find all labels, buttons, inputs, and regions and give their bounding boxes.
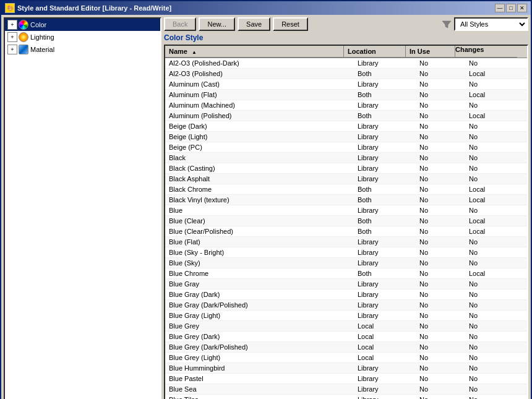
filter-icon-area [442,19,452,29]
back-button[interactable]: Back [164,17,196,31]
cell-changes: No [465,279,527,289]
table-row[interactable]: Aluminum (Flat) Both No Local [165,90,527,100]
table-row[interactable]: Blue (Sky) Library No No [165,258,527,268]
filter-dropdown[interactable]: All Styles Library Styles Local Styles [454,17,528,31]
sidebar-item-lighting[interactable]: + Lighting [5,31,160,43]
table-row[interactable]: Al2-O3 (Polished-Dark) Library No No [165,58,527,69]
cell-inuse: No [416,353,465,363]
cell-name: Blue Gray [165,279,354,289]
col-header-name[interactable]: Name ▲ [165,46,344,58]
table-row[interactable]: Black Asphalt Library No No [165,174,527,184]
table-row[interactable]: Blue (Sky - Bright) Library No No [165,247,527,258]
cell-changes: No [465,363,527,373]
minimize-button[interactable]: — [495,4,505,12]
table-body[interactable]: Al2-O3 (Polished-Dark) Library No No Al2… [165,58,527,399]
cell-changes: No [465,79,527,89]
cell-name: Al2-O3 (Polished) [165,69,354,79]
cell-changes: No [465,121,527,131]
table-row[interactable]: Black (Casting) Library No No [165,163,527,174]
close-button[interactable]: ✕ [517,4,527,12]
save-button[interactable]: Save [238,17,270,31]
table-row[interactable]: Blue (Flat) Library No No [165,237,527,247]
cell-inuse: No [416,58,465,68]
table-row[interactable]: Blue Gray Library No No [165,279,527,290]
cell-changes: No [465,142,527,152]
cell-name: Beige (PC) [165,142,354,152]
cell-location: Library [354,174,416,184]
col-header-inuse[interactable]: In Use [406,46,455,58]
table-row[interactable]: Blue Chrome Both No Local [165,268,527,279]
col-header-location[interactable]: Location [344,46,406,58]
cell-name: Blue Gray (Dark) [165,290,354,299]
table-row[interactable]: Aluminum (Polished) Both No Local [165,111,527,121]
cell-name: Blue Grey (Light) [165,353,354,363]
table-row[interactable]: Al2-O3 (Polished) Both No Local [165,69,527,79]
table-row[interactable]: Blue Gray (Dark/Polished) Library No No [165,300,527,311]
reset-button[interactable]: Reset [273,17,308,31]
cell-changes: No [465,205,527,215]
table-row[interactable]: Blue Grey (Dark) Local No No [165,332,527,342]
cell-location: Library [354,205,416,215]
cell-location: Library [354,163,416,173]
cell-name: Aluminum (Flat) [165,90,354,100]
cell-location: Library [354,384,416,394]
cell-changes: No [465,342,527,352]
table-row[interactable]: Blue Hummingbird Library No No [165,363,527,374]
table-row[interactable]: Blue Grey (Light) Local No No [165,353,527,363]
table-row[interactable]: Blue Grey Local No No [165,321,527,332]
expand-color[interactable]: + [7,20,17,30]
expand-lighting[interactable]: + [7,32,17,42]
sidebar-item-material-label: Material [30,46,54,53]
maximize-button[interactable]: □ [506,4,516,12]
table-row[interactable]: Blue (Clear/Polished) Both No Local [165,226,527,237]
cell-location: Library [354,237,416,247]
table-row[interactable]: Blue Grey (Dark/Polished) Local No No [165,342,527,353]
new-button[interactable]: New... [199,17,235,31]
lighting-icon [19,32,28,42]
cell-name: Beige (Dark) [165,121,354,131]
cell-inuse: No [416,290,465,299]
cell-name: Blue Pastel [165,374,354,384]
sidebar-item-color[interactable]: + Color [5,19,160,31]
sidebar-item-material[interactable]: + Material [5,43,160,56]
main-content: + Color + Lighting + Material [4,17,528,399]
title-buttons: — □ ✕ [495,4,527,12]
cell-name: Black (Casting) [165,163,354,173]
table-row[interactable]: Black Chrome Both No Local [165,184,527,195]
cell-location: Library [354,58,416,68]
table-row[interactable]: Blue Sea Library No No [165,384,527,395]
cell-name: Aluminum (Machined) [165,100,354,110]
cell-inuse: No [416,268,465,278]
table-row[interactable]: Beige (Dark) Library No No [165,121,527,132]
table-row[interactable]: Blue Library No No [165,205,527,216]
cell-location: Library [354,247,416,257]
cell-changes: No [465,321,527,331]
cell-inuse: No [416,258,465,268]
expand-material[interactable]: + [7,45,17,54]
cell-name: Blue [165,205,354,215]
table-row[interactable]: Black Library No No [165,153,527,163]
table-row[interactable]: Aluminum (Machined) Library No No [165,100,527,111]
window-title: Style and Standard Editor [Library - Rea… [17,4,171,12]
cell-location: Both [354,90,416,100]
cell-inuse: No [416,300,465,310]
cell-location: Both [354,195,416,205]
table-row[interactable]: Blue Gray (Dark) Library No No [165,290,527,300]
table-row[interactable]: Blue Gray (Light) Library No No [165,311,527,321]
cell-location: Local [354,353,416,363]
table-row[interactable]: Aluminum (Cast) Library No No [165,79,527,90]
table-row[interactable]: Blue (Clear) Both No Local [165,216,527,226]
table-row[interactable]: Blue Tiles Library No No [165,395,527,399]
table-row[interactable]: Beige (PC) Library No No [165,142,527,153]
col-header-changes[interactable]: Changes [455,46,517,58]
cell-changes: No [465,258,527,268]
table-row[interactable]: Black Vinyl (texture) Both No Local [165,195,527,205]
table-row[interactable]: Beige (Light) Library No No [165,132,527,142]
cell-inuse: No [416,363,465,373]
main-window: 🎨 Style and Standard Editor [Library - R… [0,0,532,399]
cell-name: Blue Grey (Dark/Polished) [165,342,354,352]
cell-changes: No [465,311,527,320]
title-bar-left: 🎨 Style and Standard Editor [Library - R… [5,3,171,13]
table-row[interactable]: Blue Pastel Library No No [165,374,527,384]
cell-name: Blue (Flat) [165,237,354,247]
